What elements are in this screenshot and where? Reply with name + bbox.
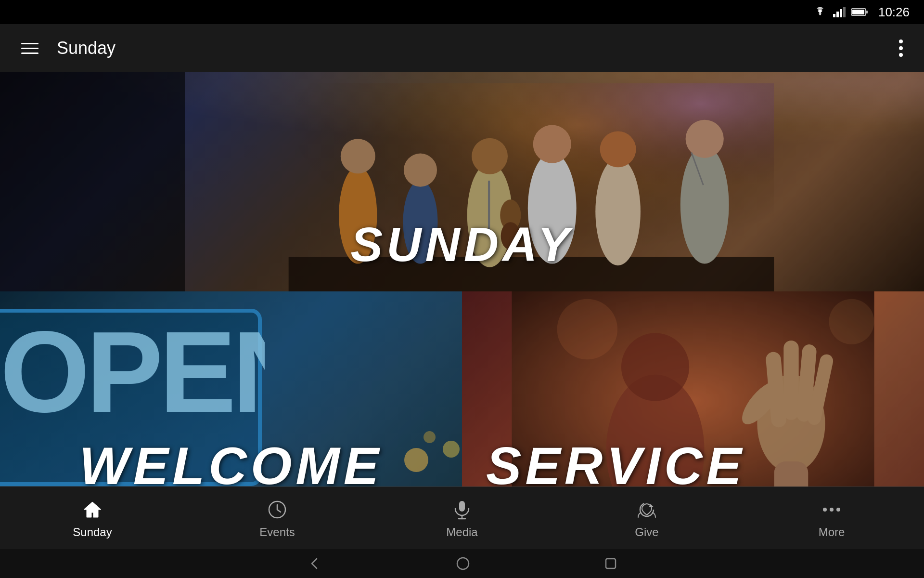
sunday-card[interactable]: SUNDAY — [0, 72, 924, 291]
hamburger-menu-button[interactable] — [17, 39, 42, 58]
svg-point-49 — [830, 508, 834, 512]
bottom-nav: Sunday Events Media — [0, 486, 924, 549]
svg-rect-44 — [459, 501, 465, 512]
svg-rect-52 — [606, 559, 616, 568]
microphone-icon — [450, 498, 474, 522]
status-time: 10:26 — [878, 5, 910, 20]
nav-give-label: Give — [635, 525, 658, 539]
svg-point-8 — [899, 46, 903, 50]
menu-line-1 — [21, 43, 38, 44]
app-title: Sunday — [57, 38, 895, 58]
nav-media-label: Media — [446, 525, 477, 539]
status-bar: 10:26 — [0, 0, 924, 24]
more-options-button[interactable] — [895, 36, 907, 61]
clock-icon — [265, 498, 289, 522]
home-button[interactable] — [456, 557, 470, 570]
nav-events-label: Events — [259, 525, 295, 539]
svg-rect-5 — [866, 11, 868, 13]
menu-line-2 — [21, 48, 38, 49]
system-nav — [0, 549, 924, 578]
svg-rect-6 — [852, 10, 864, 14]
give-icon — [635, 498, 659, 522]
svg-point-7 — [899, 39, 903, 43]
status-icons: 10:26 — [813, 5, 910, 20]
svg-rect-2 — [840, 9, 842, 17]
app-bar: Sunday — [0, 24, 924, 72]
svg-point-50 — [836, 508, 840, 512]
nav-media[interactable]: Media — [370, 493, 554, 544]
signal-icon — [833, 7, 846, 17]
svg-rect-3 — [843, 7, 846, 17]
welcome-card[interactable]: OPEN WELCOME — [0, 291, 462, 511]
nav-more[interactable]: More — [739, 493, 924, 544]
menu-line-3 — [21, 53, 38, 54]
nav-more-label: More — [819, 525, 845, 539]
content-area: SUNDAY OPEN — [0, 72, 924, 511]
battery-icon — [851, 8, 869, 16]
recents-button[interactable] — [604, 557, 617, 570]
svg-point-9 — [899, 53, 903, 57]
sunday-card-label: SUNDAY — [351, 217, 574, 272]
more-dots-icon — [820, 498, 844, 522]
home-icon — [80, 498, 104, 522]
svg-point-48 — [823, 508, 827, 512]
svg-rect-0 — [833, 14, 835, 17]
wifi-icon — [813, 7, 827, 17]
service-card[interactable]: SERVICE — [462, 291, 924, 511]
svg-point-51 — [457, 558, 469, 569]
back-button[interactable] — [307, 556, 321, 571]
nav-sunday-label: Sunday — [73, 525, 112, 539]
svg-rect-1 — [836, 12, 839, 17]
nav-events[interactable]: Events — [185, 493, 370, 544]
nav-sunday[interactable]: Sunday — [0, 493, 185, 544]
nav-give[interactable]: Give — [554, 493, 739, 544]
